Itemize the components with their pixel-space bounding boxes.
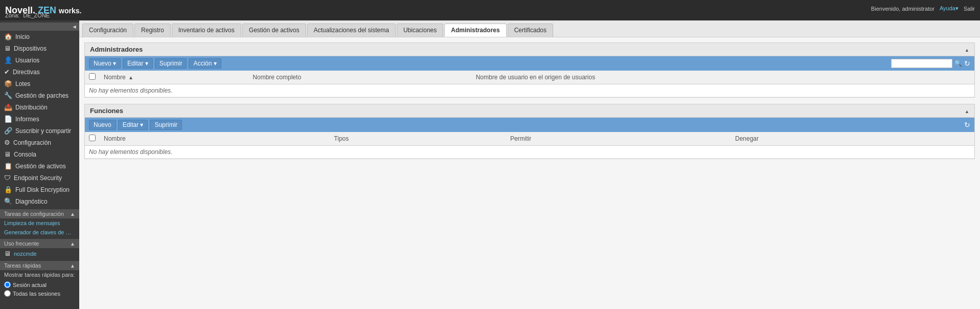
nozcmde-link[interactable]: nozcmde bbox=[14, 251, 37, 257]
sidebar-item-label: Lotes bbox=[15, 80, 30, 87]
radio-current-session[interactable]: Sesión actual bbox=[4, 280, 75, 289]
sidebar-toggle[interactable]: ◄ bbox=[0, 23, 79, 31]
bundle-icon: 📦 bbox=[4, 80, 12, 87]
functions-collapse-btn[interactable] bbox=[965, 107, 969, 115]
func-select-all-col bbox=[85, 132, 100, 146]
sidebar: ◄ 🏠 Inicio 🖥 Dispositivos 👤 Usuarios ✔ D… bbox=[0, 20, 79, 309]
cleanup-messages-link[interactable]: Limpieza de mensajes bbox=[0, 218, 79, 228]
func-col-denegar: Denegar bbox=[731, 132, 974, 146]
tab-content: Administradores Nuevo ▾ Editar ▾ Suprimi… bbox=[79, 37, 980, 170]
sidebar-item-gestion-activos[interactable]: 📋 Gestión de activos bbox=[0, 160, 79, 172]
logo-works: works. bbox=[59, 7, 81, 15]
config-tasks-section[interactable]: Tareas de configuración ▲ bbox=[0, 209, 79, 218]
table-row: No hay elementos disponibles. bbox=[85, 146, 974, 159]
tab-ubicaciones[interactable]: Ubicaciones bbox=[397, 24, 443, 37]
header-actions: Bienvenido, administrator Ayuda▾ Salir bbox=[871, 5, 975, 12]
welcome-text: Bienvenido, administrator bbox=[871, 6, 935, 12]
col-nombre[interactable]: Nombre ▲ bbox=[100, 71, 248, 84]
home-icon: 🏠 bbox=[4, 33, 12, 40]
sidebar-item-label: Dispositivos bbox=[14, 45, 47, 52]
share-icon: 🔗 bbox=[4, 127, 12, 135]
admin-edit-button[interactable]: Editar ▾ bbox=[123, 58, 153, 69]
main-content: Configuración Registro Inventario de act… bbox=[79, 20, 980, 309]
nozcmde-icon: 🖥 bbox=[4, 250, 11, 257]
func-empty-message: No hay elementos disponibles. bbox=[85, 146, 974, 159]
help-link[interactable]: Ayuda▾ bbox=[940, 5, 959, 12]
func-delete-button[interactable]: Suprimir bbox=[150, 120, 182, 130]
func-new-button[interactable]: Nuevo bbox=[89, 120, 116, 130]
shield-icon: 🛡 bbox=[4, 174, 11, 182]
sidebar-item-configuracion[interactable]: ⚙ Configuración bbox=[0, 137, 79, 148]
logout-link[interactable]: Salir bbox=[964, 6, 975, 12]
admin-new-button[interactable]: Nuevo ▾ bbox=[89, 58, 121, 69]
search-icon[interactable]: 🔍 bbox=[954, 60, 962, 67]
sidebar-item-usuarios[interactable]: 👤 Usuarios bbox=[0, 54, 79, 66]
sidebar-item-label: Endpoint Security bbox=[14, 174, 62, 182]
lock-icon: 🔒 bbox=[4, 186, 12, 193]
table-header-row: Nombre ▲ Nombre completo Nombre de usuar… bbox=[85, 71, 974, 84]
sidebar-item-suscribir[interactable]: 🔗 Suscribir y compartir bbox=[0, 125, 79, 137]
sidebar-item-label: Configuración bbox=[13, 139, 51, 146]
sort-arrow: ▲ bbox=[128, 75, 133, 80]
tab-actualizaciones-sistema[interactable]: Actualizaciones del sistema bbox=[307, 24, 396, 37]
select-all-col bbox=[85, 71, 100, 84]
sidebar-item-label: Diagnóstico bbox=[15, 198, 48, 205]
sidebar-item-full-disk-encryption[interactable]: 🔒 Full Disk Encryption bbox=[0, 184, 79, 195]
tab-inventario-activos[interactable]: Inventario de activos bbox=[172, 24, 241, 37]
administrators-collapse-btn[interactable] bbox=[965, 46, 969, 53]
asset-icon: 📋 bbox=[4, 162, 12, 170]
functions-panel: Funciones Nuevo Editar ▾ Suprimir ↻ bbox=[84, 104, 975, 159]
col-nombre-usuario: Nombre de usuario en el origen de usuari… bbox=[472, 71, 974, 84]
admin-action-button[interactable]: Acción ▾ bbox=[189, 58, 221, 69]
sidebar-item-label: Inicio bbox=[15, 33, 30, 40]
admin-delete-button[interactable]: Suprimir bbox=[155, 58, 187, 69]
tab-certificados[interactable]: Certificados bbox=[508, 24, 553, 37]
func-col-permitir: Permitir bbox=[506, 132, 731, 146]
sidebar-item-consola[interactable]: 🖥 Consola bbox=[0, 148, 79, 160]
sidebar-item-endpoint-security[interactable]: 🛡 Endpoint Security bbox=[0, 172, 79, 184]
functions-header-row: Nombre Tipos Permitir Denegar bbox=[85, 132, 974, 146]
config-icon: ⚙ bbox=[4, 139, 10, 146]
config-tasks-label: Tareas de configuración bbox=[4, 211, 64, 217]
layout: ◄ 🏠 Inicio 🖥 Dispositivos 👤 Usuarios ✔ D… bbox=[0, 20, 980, 309]
func-edit-button[interactable]: Editar ▾ bbox=[118, 120, 148, 130]
sidebar-item-directivas[interactable]: ✔ Directivas bbox=[0, 66, 79, 78]
sidebar-item-diagnostico[interactable]: 🔍 Diagnóstico bbox=[0, 195, 79, 207]
administrators-toolbar: Nuevo ▾ Editar ▾ Suprimir Acción ▾ 🔍 ↻ bbox=[85, 56, 974, 71]
frequent-section[interactable]: Uso frecuente ▲ bbox=[0, 239, 79, 248]
func-select-all-checkbox[interactable] bbox=[89, 135, 96, 141]
sidebar-item-dispositivos[interactable]: 🖥 Dispositivos bbox=[0, 42, 79, 54]
diag-icon: 🔍 bbox=[4, 197, 12, 205]
sidebar-item-label: Directivas bbox=[13, 69, 40, 76]
sidebar-item-distribucion[interactable]: 📤 Distribución bbox=[0, 101, 79, 113]
admin-search-input[interactable] bbox=[891, 59, 952, 68]
devices-icon: 🖥 bbox=[4, 45, 11, 52]
sidebar-item-label: Suscribir y compartir bbox=[15, 127, 71, 135]
functions-toolbar: Nuevo Editar ▾ Suprimir ↻ bbox=[85, 118, 974, 132]
sidebar-item-lotes[interactable]: 📦 Lotes bbox=[0, 78, 79, 90]
tab-configuracion[interactable]: Configuración bbox=[82, 24, 133, 37]
select-all-checkbox[interactable] bbox=[89, 73, 96, 80]
sidebar-item-gestion-parches[interactable]: 🔧 Gestión de parches bbox=[0, 90, 79, 101]
quick-tasks-chevron: ▲ bbox=[70, 263, 75, 269]
header: Novell. ZEN works. Zona: DE_ZONE Bienven… bbox=[0, 0, 980, 20]
refresh-icon[interactable]: ↻ bbox=[964, 59, 970, 68]
tab-bar: Configuración Registro Inventario de act… bbox=[79, 20, 980, 37]
functions-table: Nombre Tipos Permitir Denegar No hay ele… bbox=[85, 132, 974, 159]
sidebar-item-label: Gestión de parches bbox=[15, 92, 69, 99]
report-icon: 📄 bbox=[4, 115, 12, 123]
tab-gestion-activos[interactable]: Gestión de activos bbox=[242, 24, 306, 37]
radio-all-sessions[interactable]: Todas las sesiones bbox=[4, 289, 75, 298]
key-generator-link[interactable]: Generador de claves de contr... bbox=[0, 228, 77, 237]
patch-icon: 🔧 bbox=[4, 92, 12, 99]
dist-icon: 📤 bbox=[4, 103, 12, 111]
tab-registro[interactable]: Registro bbox=[134, 24, 171, 37]
quick-tasks-section[interactable]: Tareas rápidas ▲ bbox=[0, 261, 79, 270]
sidebar-item-inicio[interactable]: 🏠 Inicio bbox=[0, 31, 79, 42]
func-col-tipos: Tipos bbox=[330, 132, 506, 146]
sidebar-item-informes[interactable]: 📄 Informes bbox=[0, 113, 79, 125]
func-refresh-icon[interactable]: ↻ bbox=[964, 121, 970, 129]
tab-administradores[interactable]: Administradores bbox=[444, 24, 506, 37]
admin-search-area: 🔍 ↻ bbox=[891, 59, 970, 68]
functions-title: Funciones bbox=[90, 107, 123, 115]
